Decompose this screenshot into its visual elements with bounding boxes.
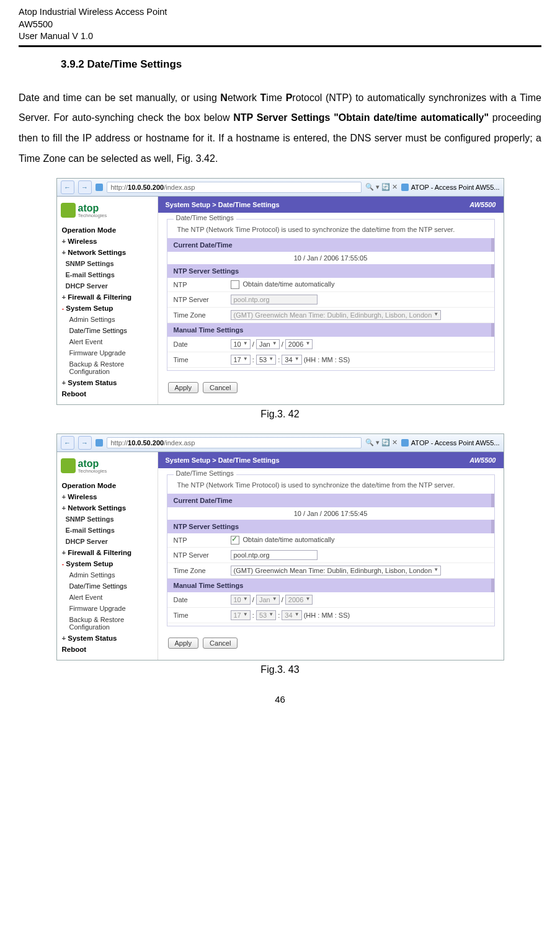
addr-tools[interactable]: 🔍 ▾ 🔄 ✕ xyxy=(365,183,398,191)
nav-backup[interactable]: Backup & Restore Configuration xyxy=(61,358,154,377)
cancel-button[interactable]: Cancel xyxy=(203,382,238,393)
nav-reboot[interactable]: Reboot xyxy=(61,388,154,399)
date-day-select-2[interactable]: 10 xyxy=(231,595,251,605)
date-year-select-2[interactable]: 2006 xyxy=(285,595,313,605)
nav-system-setup[interactable]: -System Setup xyxy=(61,303,154,314)
tz-select-2[interactable]: (GMT) Greenwich Mean Time: Dublin, Edinb… xyxy=(231,566,442,576)
tab-label: ATOP - Access Point AW55... xyxy=(411,184,500,191)
logo-sub-2: Technologies xyxy=(78,468,107,474)
row-ntpsrv: NTP Server pool.ntp.org xyxy=(167,292,494,308)
tz-select[interactable]: (GMT) Greenwich Mean Time: Dublin, Edinb… xyxy=(231,310,442,320)
lab-date: Date xyxy=(174,340,231,348)
row-ntpsrv-2: NTP Server pool.ntp.org xyxy=(167,548,494,563)
apply-button-2[interactable]: Apply xyxy=(168,638,199,649)
nav-op-mode-2[interactable]: Operation Mode xyxy=(61,480,154,491)
date-mon-select-2[interactable]: Jan xyxy=(256,595,280,605)
nav-dhcp[interactable]: DHCP Server xyxy=(61,280,154,291)
fieldset-legend-2: Date/Time Settings xyxy=(174,469,236,477)
address-bar-2[interactable]: http://10.0.50.200/index.asp xyxy=(107,437,362,448)
body-paragraph: Date and time can be set manually, or us… xyxy=(19,88,541,169)
ntp-server-input[interactable]: pool.ntp.org xyxy=(231,295,318,305)
lab-tz-2: Time Zone xyxy=(174,567,231,574)
nav-backup-2[interactable]: Backup & Restore Configuration xyxy=(61,614,154,633)
nav-system-setup-2[interactable]: -System Setup xyxy=(61,558,154,569)
nav-snmp[interactable]: SNMP Settings xyxy=(61,258,154,269)
nav-alert-2[interactable]: Alert Event xyxy=(61,592,154,603)
browser-titlebar-2: ← → http://10.0.50.200/index.asp 🔍 ▾ 🔄 ✕… xyxy=(57,434,504,452)
nav-back-button[interactable]: ← xyxy=(61,180,74,194)
addr-tools-2[interactable]: 🔍 ▾ 🔄 ✕ xyxy=(365,438,398,447)
ntp-checkbox-2[interactable] xyxy=(231,536,239,545)
nav-email-2[interactable]: E-mail Settings xyxy=(61,525,154,536)
time-suffix: (HH : MM : SS) xyxy=(304,356,350,363)
hdr-rule xyxy=(19,45,541,47)
nav-reboot-2[interactable]: Reboot xyxy=(61,644,154,655)
row-time-2: Time 17 : 53 : 34 (HH : MM : SS) xyxy=(167,608,494,623)
time-ss-select-2[interactable]: 34 xyxy=(282,610,301,620)
nav-back-button-2[interactable]: ← xyxy=(61,436,74,450)
nav-wireless[interactable]: +Wireless xyxy=(61,236,154,247)
nav-network[interactable]: +Network Settings xyxy=(61,247,154,258)
page-favicon xyxy=(96,184,103,191)
band-ntp: NTP Server Settings xyxy=(167,264,494,278)
ntp-obtain-label-2: Obtain date/time automatically xyxy=(243,536,335,543)
nav-admin-2[interactable]: Admin Settings xyxy=(61,569,154,580)
browser-tab-2[interactable]: ATOP - Access Point AW55... xyxy=(401,439,500,447)
date-mon-select[interactable]: Jan xyxy=(256,339,280,349)
nav-admin[interactable]: Admin Settings xyxy=(61,314,154,325)
nav-fwd-button[interactable]: → xyxy=(78,180,92,194)
lab-time: Time xyxy=(174,356,231,363)
band-manual-2: Manual Time Settings xyxy=(167,579,494,592)
hdr-l3: User Manual V 1.0 xyxy=(19,30,541,43)
tab-label-2: ATOP - Access Point AW55... xyxy=(411,439,500,447)
nav-fwd-button-2[interactable]: → xyxy=(78,436,92,450)
logo-icon xyxy=(61,203,76,218)
time-hh-select[interactable]: 17 xyxy=(231,355,251,365)
time-ss-select[interactable]: 34 xyxy=(282,355,301,365)
nav-fw-upgrade-2[interactable]: Firmware Upgrade xyxy=(61,603,154,614)
screenshot-1: ← → http://10.0.50.200/index.asp 🔍 ▾ 🔄 ✕… xyxy=(56,178,504,405)
band-current-2: Current Date/Time xyxy=(167,494,494,507)
time-mm-select-2[interactable]: 53 xyxy=(256,610,276,620)
time-hh-select-2[interactable]: 17 xyxy=(231,610,251,620)
cancel-button-2[interactable]: Cancel xyxy=(203,638,238,649)
apply-button[interactable]: Apply xyxy=(168,382,199,393)
date-year-select[interactable]: 2006 xyxy=(285,339,313,349)
nav-datetime-2[interactable]: Date/Time Settings xyxy=(61,580,154,592)
datetime-fieldset: Date/Time Settings The NTP (Network Time… xyxy=(167,219,495,371)
nav-email[interactable]: E-mail Settings xyxy=(61,269,154,280)
button-row-2: Apply Cancel xyxy=(158,631,504,652)
ntp-checkbox[interactable] xyxy=(231,280,239,289)
nav-firewall-2[interactable]: +Firewall & Filtering xyxy=(61,547,154,558)
nav-dhcp-2[interactable]: DHCP Server xyxy=(61,536,154,547)
address-bar[interactable]: http://10.0.50.200/index.asp xyxy=(107,182,362,193)
lab-srv: NTP Server xyxy=(174,296,231,303)
time-mm-select[interactable]: 53 xyxy=(256,355,276,365)
time-suffix-2: (HH : MM : SS) xyxy=(304,611,350,619)
nav-snmp-2[interactable]: SNMP Settings xyxy=(61,514,154,525)
date-day-select[interactable]: 10 xyxy=(231,339,251,349)
lab-date-2: Date xyxy=(174,596,231,603)
ntp-server-input-2[interactable]: pool.ntp.org xyxy=(231,550,318,560)
nav-op-mode[interactable]: Operation Mode xyxy=(61,225,154,236)
row-time: Time 17 : 53 : 34 (HH : MM : SS) xyxy=(167,352,494,368)
nav-datetime[interactable]: Date/Time Settings xyxy=(61,325,154,336)
nav-wireless-2[interactable]: +Wireless xyxy=(61,491,154,502)
hdr-l1: Atop Industrial Wireless Access Point xyxy=(19,6,541,19)
ntp-obtain-label: Obtain date/time automatically xyxy=(243,280,335,288)
tab-favicon-2 xyxy=(401,439,409,447)
nav-status-2[interactable]: +System Status xyxy=(61,633,154,644)
nav-firewall[interactable]: +Firewall & Filtering xyxy=(61,291,154,303)
nav-list: Operation Mode +Wireless +Network Settin… xyxy=(61,225,154,399)
fig-caption-1: Fig.3. 42 xyxy=(19,409,541,420)
nav-network-2[interactable]: +Network Settings xyxy=(61,502,154,514)
band-current: Current Date/Time xyxy=(167,238,494,252)
current-datetime: 10 / Jan / 2006 17:55:05 xyxy=(167,252,494,264)
breadcrumb: System Setup > Date/Time SettingsAW5500 xyxy=(158,197,504,213)
band-manual: Manual Time Settings xyxy=(167,323,494,337)
nav-fw-upgrade[interactable]: Firmware Upgrade xyxy=(61,347,154,358)
lab-srv-2: NTP Server xyxy=(174,551,231,559)
browser-tab[interactable]: ATOP - Access Point AW55... xyxy=(401,184,500,191)
nav-alert[interactable]: Alert Event xyxy=(61,336,154,347)
nav-status[interactable]: +System Status xyxy=(61,377,154,388)
